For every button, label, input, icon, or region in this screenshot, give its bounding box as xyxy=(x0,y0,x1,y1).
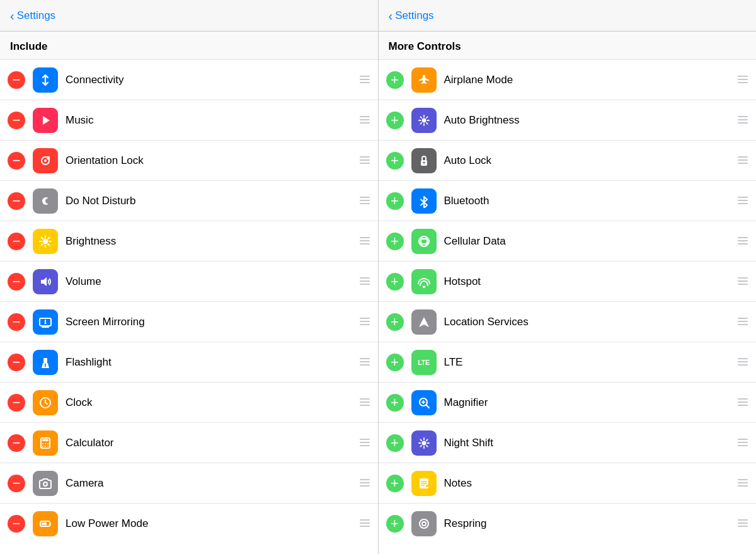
calculator-icon xyxy=(33,430,58,456)
left-back-label: Settings xyxy=(17,9,55,22)
camera-drag-handle[interactable] xyxy=(359,478,370,488)
hotspot-add-button[interactable]: + xyxy=(386,273,404,291)
right-back-button[interactable]: ‹ Settings xyxy=(389,9,434,22)
auto-brightness-label: Auto Brightness xyxy=(444,114,738,127)
svg-point-54 xyxy=(43,482,47,486)
airplane-mode-add-button[interactable]: + xyxy=(386,71,404,89)
cellular-data-icon xyxy=(411,229,437,254)
svg-point-67 xyxy=(421,118,426,122)
connectivity-drag-handle[interactable] xyxy=(359,75,370,85)
list-item: + Airplane Mode xyxy=(379,60,757,100)
right-top-bar: ‹ Settings xyxy=(379,0,757,31)
location-services-drag-handle[interactable] xyxy=(737,317,748,327)
camera-remove-button[interactable]: − xyxy=(8,475,25,492)
svg-line-104 xyxy=(426,405,429,408)
svg-point-46 xyxy=(45,443,46,444)
list-item: − Connectivity xyxy=(0,60,378,100)
list-item: − Volume xyxy=(0,262,378,302)
auto-lock-drag-handle[interactable] xyxy=(737,156,748,166)
include-panel: Include − Connectivity − Music − Orienta… xyxy=(0,32,379,554)
volume-remove-button[interactable]: − xyxy=(8,273,25,291)
brightness-remove-button[interactable]: − xyxy=(8,233,25,250)
cellular-data-drag-handle[interactable] xyxy=(737,236,748,246)
svg-rect-34 xyxy=(43,358,47,363)
brightness-icon xyxy=(33,229,58,254)
orientation-lock-drag-handle[interactable] xyxy=(359,156,370,166)
respring-drag-handle[interactable] xyxy=(737,519,748,529)
airplane-mode-icon xyxy=(411,67,437,93)
screen-mirroring-icon xyxy=(33,309,58,335)
svg-point-8 xyxy=(44,159,47,162)
camera-label: Camera xyxy=(66,477,359,490)
left-top-bar: ‹ Settings xyxy=(0,0,379,31)
location-services-add-button[interactable]: + xyxy=(386,313,404,331)
more-controls-panel-header: More Controls xyxy=(379,32,757,60)
lte-icon: LTE xyxy=(411,350,437,375)
volume-drag-handle[interactable] xyxy=(359,277,370,287)
do-not-disturb-drag-handle[interactable] xyxy=(359,196,370,206)
night-shift-drag-handle[interactable] xyxy=(737,438,748,448)
svg-line-75 xyxy=(420,122,421,124)
list-item: − Camera xyxy=(0,463,378,504)
clock-remove-button[interactable]: − xyxy=(8,394,25,412)
low-power-mode-drag-handle[interactable] xyxy=(359,519,370,529)
screen-mirroring-remove-button[interactable]: − xyxy=(8,313,25,331)
flashlight-remove-button[interactable]: − xyxy=(8,354,25,371)
airplane-mode-label: Airplane Mode xyxy=(444,74,738,86)
do-not-disturb-remove-button[interactable]: − xyxy=(8,192,25,210)
calculator-remove-button[interactable]: − xyxy=(8,434,25,452)
music-drag-handle[interactable] xyxy=(359,115,370,125)
night-shift-label: Night Shift xyxy=(444,437,738,449)
calculator-drag-handle[interactable] xyxy=(359,438,370,448)
list-item: + LTE LTE xyxy=(379,342,757,383)
auto-lock-add-button[interactable]: + xyxy=(386,152,404,170)
auto-brightness-drag-handle[interactable] xyxy=(737,115,748,125)
do-not-disturb-label: Do Not Disturb xyxy=(66,195,359,207)
airplane-mode-drag-handle[interactable] xyxy=(737,75,748,85)
svg-line-116 xyxy=(426,445,427,446)
auto-lock-label: Auto Lock xyxy=(444,154,738,167)
list-item: + Cellular Data xyxy=(379,221,757,262)
svg-point-130 xyxy=(422,522,426,526)
list-item: + Auto Lock xyxy=(379,141,757,181)
magnifier-add-button[interactable]: + xyxy=(386,394,404,412)
lte-add-button[interactable]: + xyxy=(386,354,404,371)
hotspot-drag-handle[interactable] xyxy=(737,277,748,287)
left-back-button[interactable]: ‹ Settings xyxy=(10,9,55,22)
clock-drag-handle[interactable] xyxy=(359,398,370,408)
flashlight-icon xyxy=(33,350,58,375)
list-item: − Low Power Mode xyxy=(0,504,378,544)
list-item: + Night Shift xyxy=(379,423,757,463)
screen-mirroring-drag-handle[interactable] xyxy=(359,317,370,327)
svg-line-73 xyxy=(426,122,427,124)
svg-line-115 xyxy=(420,439,421,441)
bluetooth-label: Bluetooth xyxy=(444,195,738,207)
notes-icon xyxy=(411,471,437,496)
connectivity-remove-button[interactable]: − xyxy=(8,71,25,89)
svg-point-80 xyxy=(423,161,425,163)
orientation-lock-remove-button[interactable]: − xyxy=(8,152,25,170)
music-remove-button[interactable]: − xyxy=(8,112,25,129)
low-power-mode-remove-button[interactable]: − xyxy=(8,515,25,533)
orientation-lock-label: Orientation Lock xyxy=(66,154,359,167)
list-item: − Music xyxy=(0,100,378,141)
brightness-drag-handle[interactable] xyxy=(359,236,370,246)
notes-add-button[interactable]: + xyxy=(386,475,404,492)
list-item: + Respring xyxy=(379,504,757,544)
svg-line-74 xyxy=(426,117,427,118)
list-item: − Screen Mirroring xyxy=(0,302,378,342)
cellular-data-add-button[interactable]: + xyxy=(386,233,404,250)
notes-drag-handle[interactable] xyxy=(737,478,748,488)
list-item: + Magnifier xyxy=(379,383,757,423)
svg-rect-44 xyxy=(42,439,49,441)
lte-drag-handle[interactable] xyxy=(737,357,748,367)
auto-brightness-add-button[interactable]: + xyxy=(386,112,404,129)
night-shift-add-button[interactable]: + xyxy=(386,434,404,452)
svg-point-93 xyxy=(423,286,425,288)
magnifier-drag-handle[interactable] xyxy=(737,398,748,408)
bluetooth-drag-handle[interactable] xyxy=(737,196,748,206)
bluetooth-add-button[interactable]: + xyxy=(386,192,404,210)
flashlight-drag-handle[interactable] xyxy=(359,357,370,367)
respring-add-button[interactable]: + xyxy=(386,515,404,533)
list-item: − Orientation Lock xyxy=(0,141,378,181)
